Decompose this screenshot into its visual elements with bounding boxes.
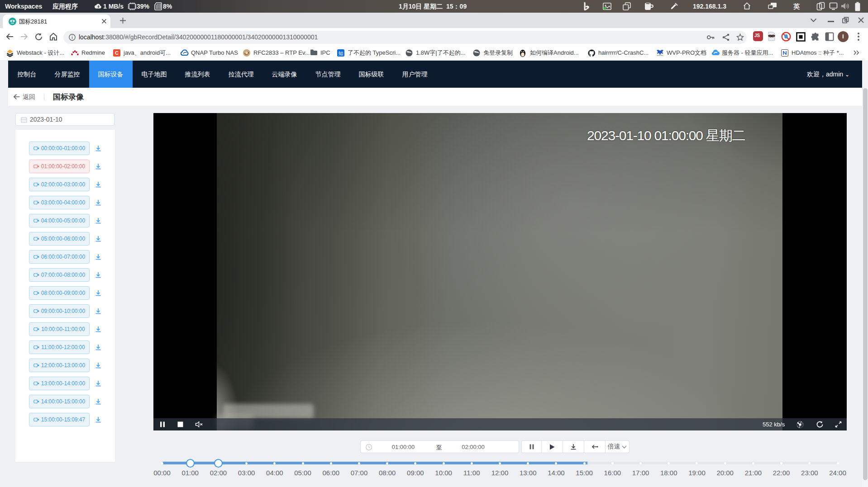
svg-text:知: 知 [339, 50, 343, 56]
svg-text:C: C [115, 50, 119, 56]
svg-text:WVP-PRO: WVP-PRO [657, 54, 663, 56]
